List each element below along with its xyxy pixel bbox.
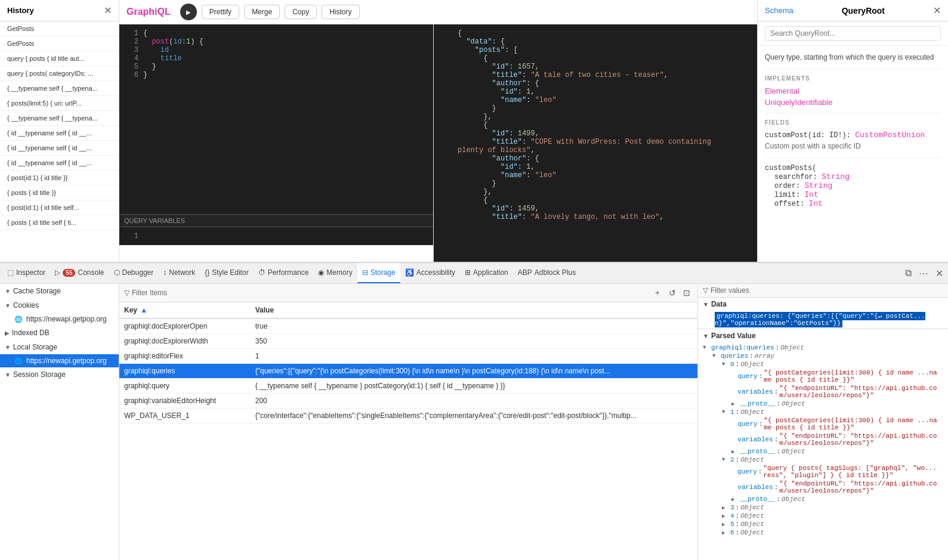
delete-button[interactable]: ⊡	[681, 286, 693, 299]
tree-row-2[interactable]: ▼ 2 : Object	[717, 456, 943, 464]
history-item[interactable]: { posts { id title }}	[0, 185, 119, 200]
copy-button[interactable]: Copy	[285, 5, 317, 19]
tree-row-2-proto[interactable]: ▶ __proto__ : Object	[727, 495, 943, 503]
query-variables-header[interactable]: QUERY VARIABLES	[119, 215, 433, 227]
devtools-tab-accessibility[interactable]: ♿Accessibility	[400, 263, 460, 283]
result-panel[interactable]: { "data": { "posts": [ { "id": 1657, "ti…	[434, 24, 757, 262]
prettify-button[interactable]: Prettify	[202, 5, 239, 19]
tree-row-5[interactable]: ▶ 5 : Object	[717, 520, 943, 528]
tree-row-root[interactable]: ▼ graphiql:queries : Object	[698, 344, 943, 352]
col-key[interactable]: Key ▲	[119, 302, 251, 318]
history-item[interactable]: { id __typename self { id __...	[0, 126, 119, 141]
schema-field-customposts2: customPosts( searchfor: String order: St…	[765, 164, 941, 208]
devtools-tab-memory[interactable]: ◉Memory	[313, 263, 357, 283]
schema-type-link-1[interactable]: CustomPostUnion	[855, 131, 925, 140]
devtools-tab-console[interactable]: ▷ 55 Console	[50, 263, 109, 283]
schema-close-button[interactable]: ✕	[933, 5, 941, 16]
close-devtools-button[interactable]: ✕	[933, 267, 946, 280]
schema-implements-uniquely[interactable]: UniquelyIdentifiable	[765, 98, 941, 107]
tree-val-0-vars: "{ "endpointURL": "https://api.github.co…	[779, 385, 938, 399]
table-row[interactable]: graphiql:queries{"queries":[{"query":"{\…	[119, 364, 697, 379]
history-item[interactable]: query { posts { id title aut...	[0, 51, 119, 66]
schema-type-int-1[interactable]: Int	[804, 190, 818, 199]
devtools-tab-inspector[interactable]: ⬚Inspector	[2, 263, 50, 283]
storage-group-header[interactable]: ▼Cache Storage	[0, 284, 119, 298]
tree-val-2-query: "query { posts{ tagSlugs: ["graphql", "w…	[763, 465, 938, 479]
tree-row-2-vars[interactable]: ▶ variables : "{ "endpointURL": "https:/…	[727, 479, 943, 495]
history-panel: History ✕ GetPostsGetPostsquery { posts …	[0, 0, 119, 262]
tree-row-4[interactable]: ▶ 4 : Object	[717, 512, 943, 520]
table-row[interactable]: graphiql:editorFlex1	[119, 349, 697, 364]
devtools-tab-performance[interactable]: ⏱Performance	[254, 263, 314, 283]
query-variables-editor[interactable]: 1	[119, 227, 433, 245]
tree-row-0[interactable]: ▼ 0 : Object	[717, 360, 943, 369]
tree-row-3[interactable]: ▶ 3 : Object	[717, 503, 943, 512]
tree-row-0-proto[interactable]: ▶ __proto__ : Object	[727, 400, 943, 408]
storage-group-header[interactable]: ▼Local Storage	[0, 340, 119, 354]
history-item[interactable]: { post(id:1) { id title }}	[0, 171, 119, 185]
more-button[interactable]: ⋯	[916, 267, 931, 280]
refresh-button[interactable]: ↺	[666, 286, 678, 299]
history-item[interactable]: query { posts( categoryIDs: ...	[0, 66, 119, 81]
expand-button[interactable]: ⧉	[903, 267, 914, 280]
run-button[interactable]: ▶	[180, 4, 197, 20]
query-variables-area: QUERY VARIABLES 1	[119, 214, 433, 262]
tree-row-6[interactable]: ▶ 6 : Object	[717, 528, 943, 537]
table-row[interactable]: WP_DATA_USER_1{"core/interface":{"enable…	[119, 409, 697, 423]
schema-type-string-1[interactable]: String	[822, 172, 850, 181]
table-row[interactable]: graphiql:variableEditorHeight200	[119, 394, 697, 409]
history-item[interactable]: { __typename self { __typena...	[0, 81, 119, 96]
history-item[interactable]: { __typename self { __typena...	[0, 111, 119, 126]
storage-group-header[interactable]: ▶Indexed DB	[0, 326, 119, 340]
parsed-caret: ▼	[703, 333, 709, 339]
history-item[interactable]: { posts(limit:5) { uri: urlP...	[0, 96, 119, 111]
col-value[interactable]: Value	[251, 302, 697, 318]
tree-row-0-vars[interactable]: ▶ variables : "{ "endpointURL": "https:/…	[727, 384, 943, 400]
tree-row-1-proto[interactable]: ▶ __proto__ : Object	[727, 447, 943, 456]
table-row[interactable]: graphiql:docExplorerOpentrue	[119, 318, 697, 334]
schema-type-int-2[interactable]: Int	[809, 199, 823, 208]
schema-field-customposts: customPost(id: ID!): CustomPostUnion Cus…	[765, 131, 941, 150]
storage-group-header[interactable]: ▼Session Storage	[0, 367, 119, 382]
devtools-tab-debugger[interactable]: ⬡Debugger	[109, 263, 159, 283]
history-item[interactable]: GetPosts	[0, 21, 119, 36]
table-row[interactable]: graphiql:docExplorerWidth350	[119, 334, 697, 349]
history-item[interactable]: { id __typename self { id __...	[0, 156, 119, 171]
data-section-header[interactable]: ▼ Data	[698, 298, 948, 311]
merge-button[interactable]: Merge	[244, 5, 280, 19]
devtools-tab-style-editor[interactable]: {}Style Editor	[200, 263, 253, 283]
style-editor-icon: {}	[205, 268, 209, 277]
schema-search-input[interactable]	[765, 26, 941, 41]
tree-row-queries[interactable]: ▼ queries : Array	[708, 352, 943, 360]
history-item[interactable]: { id __typename self { id __...	[0, 141, 119, 156]
history-close-button[interactable]: ✕	[104, 5, 112, 16]
tree-row-2-query[interactable]: ▶ query : "query { posts{ tagSlugs: ["gr…	[727, 464, 943, 479]
devtools-tab-network[interactable]: ↕Network	[158, 263, 200, 283]
table-row[interactable]: graphiql:query{ __typename self { __type…	[119, 379, 697, 394]
add-item-button[interactable]: ＋	[651, 286, 664, 299]
table-cell-key: graphiql:docExplorerOpen	[119, 318, 251, 334]
storage-group-header[interactable]: ▼Cookies	[0, 298, 119, 313]
query-area[interactable]: 1{ 2 post(id:1) { 3 id 4 title 5 } 6}	[119, 24, 433, 214]
devtools-tab-adblock-plus[interactable]: ABPAdblock Plus	[513, 263, 580, 283]
schema-panel: Schema QueryRoot ✕ Query type, starting …	[757, 0, 948, 262]
schema-title: QueryRoot	[842, 6, 885, 16]
tree-row-1[interactable]: ▼ 1 : Object	[717, 408, 943, 416]
tree-row-1-vars[interactable]: ▶ variables : "{ "endpointURL": "https:/…	[727, 432, 943, 447]
tree-row-1-query[interactable]: ▶ query : "{ postCategories(limit:300) {…	[727, 416, 943, 432]
history-item[interactable]: GetPosts	[0, 36, 119, 51]
history-item[interactable]: { posts { id title self { ti...	[0, 215, 119, 230]
parsed-section-header[interactable]: ▼ Parsed Value	[698, 329, 948, 342]
schema-implements-elemental[interactable]: Elemental	[765, 86, 941, 95]
devtools-tab-storage[interactable]: ⊟Storage	[357, 263, 400, 283]
tree-caret-root: ▼	[703, 345, 709, 351]
storage-toolbar: ▽ Filter Items ＋ ↺ ⊡	[119, 284, 697, 302]
devtools-tab-application[interactable]: ⊞Application	[460, 263, 513, 283]
storage-subitem[interactable]: 🌐https://newapi.getpop.org	[0, 354, 119, 367]
storage-subitem[interactable]: 🌐https://newapi.getpop.org	[0, 313, 119, 326]
schema-back-link[interactable]: Schema	[765, 6, 793, 15]
history-item[interactable]: { post(id:1) { id title self...	[0, 200, 119, 215]
tree-row-0-query[interactable]: ▶ query : "{ postCategories(limit:300) {…	[727, 369, 943, 384]
history-button[interactable]: History	[322, 5, 359, 19]
schema-type-string-2[interactable]: String	[804, 181, 832, 190]
